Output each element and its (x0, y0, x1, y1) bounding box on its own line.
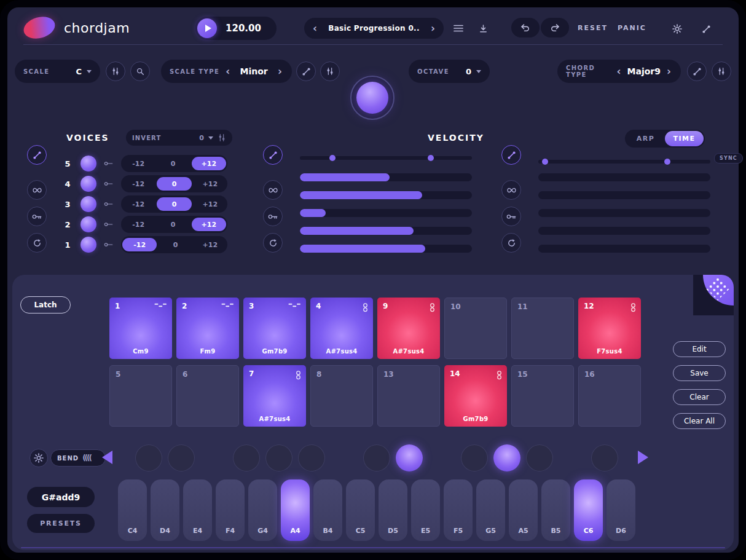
save-button[interactable]: Save (673, 365, 726, 381)
endless-button[interactable] (501, 180, 521, 200)
key-D6[interactable]: D6 (607, 479, 635, 541)
pad-bank-corner[interactable] (693, 275, 734, 315)
pad-3[interactable]: 3Gm7b9 (243, 298, 306, 359)
black-key-knob[interactable] (591, 444, 618, 471)
key-C4[interactable]: C4 (118, 479, 147, 541)
voice-link-icon[interactable] (104, 160, 114, 167)
black-key-knob[interactable] (298, 444, 325, 471)
scale-detect-button[interactable] (130, 61, 150, 81)
key-B4[interactable]: B4 (313, 479, 342, 541)
transpose-option-0[interactable]: 0 (157, 177, 191, 191)
voice-link-icon[interactable] (104, 201, 114, 207)
black-key-knob[interactable] (363, 444, 390, 471)
pad-4[interactable]: 4A#7sus4 (310, 298, 373, 359)
voice-level-knob[interactable] (80, 237, 96, 253)
voice-level-knob[interactable] (80, 176, 96, 192)
preset-name[interactable]: Basic Progression 0.. (318, 24, 430, 33)
octave-left-button[interactable] (102, 451, 112, 464)
pad-1[interactable]: 1Cm9 (109, 298, 172, 359)
preset-prev-button[interactable]: ‹ (312, 23, 318, 34)
black-key-knob[interactable] (265, 444, 293, 471)
transpose-option-0[interactable]: 0 (155, 155, 190, 172)
slider-handle[interactable] (329, 155, 336, 161)
preset-next-button[interactable]: › (430, 23, 436, 34)
pad-12[interactable]: 12F7sus4 (578, 298, 641, 359)
bend-toggle[interactable]: BEND (((( (50, 449, 106, 467)
pad-9[interactable]: 9A#7sus4 (377, 298, 440, 359)
voice-link-icon[interactable] (104, 181, 114, 187)
transpose-option-+12[interactable]: +12 (192, 218, 226, 231)
keyboard-settings-button[interactable] (29, 449, 48, 467)
value-bar[interactable] (538, 227, 710, 235)
scale-settings-button[interactable] (320, 61, 340, 81)
key-E5[interactable]: E5 (411, 479, 440, 541)
black-key-knob[interactable] (493, 444, 520, 471)
slider-handle[interactable] (428, 155, 434, 161)
loop-button[interactable] (501, 233, 521, 253)
value-bar[interactable] (538, 173, 710, 181)
randomize-button[interactable] (263, 145, 283, 165)
octave-right-button[interactable] (638, 451, 648, 464)
settings-button[interactable] (670, 22, 684, 36)
voice-level-knob[interactable] (80, 216, 96, 232)
pad-8[interactable]: 8 (310, 365, 373, 427)
transpose-option--12[interactable]: -12 (122, 238, 157, 251)
transpose-option--12[interactable]: -12 (121, 155, 155, 172)
black-key-knob[interactable] (461, 444, 488, 471)
randomize-button[interactable] (501, 145, 521, 165)
key-D5[interactable]: D5 (379, 479, 407, 541)
chord-randomize-button[interactable] (687, 61, 707, 81)
latch-button[interactable]: Latch (20, 296, 71, 314)
value-bar[interactable] (300, 191, 472, 199)
chord-settings-button[interactable] (712, 61, 731, 81)
pad-6[interactable]: 6 (176, 365, 239, 427)
chord-type-prev-button[interactable]: ‹ (616, 66, 622, 77)
loop-button[interactable] (27, 233, 47, 253)
value-bar[interactable] (300, 209, 472, 217)
arp-tab[interactable]: ARP (626, 131, 665, 146)
scale-type-next-button[interactable]: › (277, 66, 283, 77)
scale-tune-button[interactable] (106, 61, 125, 81)
black-key-knob[interactable] (233, 444, 260, 471)
pad-2[interactable]: 2Fm9 (176, 298, 239, 359)
black-key-knob[interactable] (135, 444, 162, 471)
value-bar[interactable] (538, 191, 710, 199)
endless-button[interactable] (263, 180, 283, 200)
key-G4[interactable]: G4 (248, 479, 277, 541)
sync-badge[interactable]: SYNC (714, 153, 743, 164)
voice-level-knob[interactable] (80, 156, 96, 172)
value-bar[interactable] (538, 245, 710, 253)
key-F5[interactable]: F5 (444, 479, 473, 541)
slider-handle[interactable] (664, 159, 670, 165)
black-key-knob[interactable] (396, 444, 423, 471)
invert-selector[interactable]: INVERT 0 (126, 130, 232, 146)
panic-button[interactable]: PANIC (618, 24, 646, 32)
clear-all-button[interactable]: Clear All (673, 413, 726, 429)
velocity-range-slider[interactable] (300, 156, 472, 160)
key-lock-button[interactable] (27, 207, 47, 226)
transpose-option-+12[interactable]: +12 (193, 236, 227, 253)
edit-button[interactable]: Edit (673, 341, 726, 357)
pad-16[interactable]: 16 (578, 365, 641, 427)
chord-type-next-button[interactable]: › (666, 66, 672, 77)
reset-button[interactable]: RESET (578, 24, 608, 32)
menu-button[interactable] (451, 22, 466, 34)
endless-button[interactable] (27, 180, 47, 200)
key-lock-button[interactable] (263, 207, 283, 226)
scale-randomize-button[interactable] (296, 61, 316, 81)
voice-level-knob[interactable] (80, 196, 96, 212)
slider-handle[interactable] (542, 159, 548, 165)
voice-link-icon[interactable] (104, 242, 114, 248)
transpose-option-0[interactable]: 0 (158, 236, 192, 253)
scale-selector[interactable]: SCALE C (15, 60, 100, 83)
key-F4[interactable]: F4 (216, 479, 245, 541)
value-bar[interactable] (538, 209, 710, 217)
key-E4[interactable]: E4 (183, 479, 212, 541)
black-key-knob[interactable] (526, 444, 553, 471)
global-randomize-button[interactable] (699, 22, 713, 36)
pad-5[interactable]: 5 (109, 365, 172, 427)
key-A4[interactable]: A4 (281, 479, 310, 541)
download-button[interactable] (476, 22, 490, 35)
randomize-button[interactable] (27, 145, 47, 165)
pad-10[interactable]: 10 (444, 298, 507, 359)
